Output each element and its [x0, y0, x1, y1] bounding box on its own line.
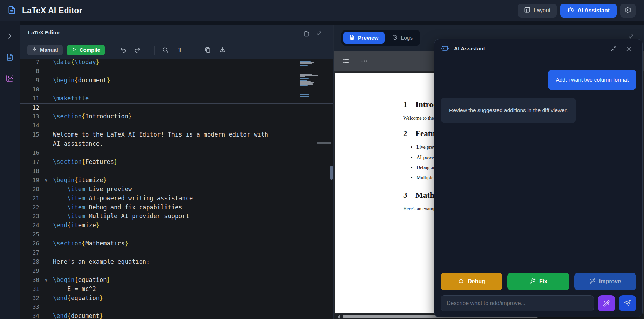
- code-line[interactable]: 16: [20, 148, 333, 158]
- tab-preview[interactable]: Preview: [343, 32, 385, 44]
- copy-icon: [204, 47, 211, 53]
- minimap[interactable]: [300, 61, 323, 97]
- code-line[interactable]: 27: [20, 248, 333, 257]
- code-line[interactable]: 32\end{equation}: [20, 294, 333, 303]
- code-line[interactable]: 26\section{Mathematics}: [20, 239, 333, 248]
- fix-button[interactable]: Fix: [507, 273, 569, 290]
- code-line[interactable]: 10: [20, 85, 333, 94]
- code-line[interactable]: 18: [20, 167, 333, 176]
- code-line[interactable]: 23 \item Multiple AI provider support: [20, 212, 333, 221]
- sidebar-documents-button[interactable]: [5, 53, 15, 63]
- chat-message-user: Add: i want two column format: [548, 70, 636, 90]
- settings-button[interactable]: [620, 4, 636, 18]
- code-line[interactable]: 29: [20, 266, 333, 276]
- search-icon: [162, 47, 169, 53]
- ai-assistant-button-label: AI Assistant: [577, 7, 610, 14]
- send-button[interactable]: [619, 295, 636, 311]
- format-text-icon: T: [178, 46, 182, 54]
- close-panel-button[interactable]: [625, 44, 633, 53]
- editor-scrollbar-thumb[interactable]: [330, 166, 333, 180]
- sidebar-expand-button[interactable]: [5, 32, 15, 42]
- more-options-button[interactable]: [359, 56, 369, 66]
- code-line[interactable]: 20 \item Live preview: [20, 185, 333, 194]
- code-line[interactable]: 24\end{itemize}: [20, 221, 333, 230]
- line-number: 34: [20, 312, 39, 319]
- layout-button[interactable]: Layout: [518, 4, 557, 18]
- wand-icon: [589, 278, 596, 285]
- line-number: 25: [20, 230, 39, 239]
- fold-chevron-icon[interactable]: ∨: [39, 276, 53, 285]
- code-line[interactable]: 7\date{\today}: [20, 59, 333, 67]
- ai-assistant-toggle-button[interactable]: AI Assistant: [560, 4, 617, 18]
- code-lines: 7\date{\today}89\begin{document}1011\mak…: [20, 59, 333, 319]
- code-line[interactable]: 30∨\begin{equation}: [20, 276, 333, 285]
- document-outline-icon[interactable]: [303, 30, 310, 39]
- layout-icon: [524, 7, 530, 14]
- redo-button[interactable]: [133, 45, 143, 55]
- code-text: \section{Introduction}: [53, 112, 333, 121]
- bug-icon: [458, 278, 464, 285]
- manual-mode-button[interactable]: Manual: [27, 45, 63, 55]
- improve-button[interactable]: Improve: [574, 273, 636, 290]
- code-text: \item Multiple AI provider support: [53, 212, 333, 221]
- code-line[interactable]: 14: [20, 121, 333, 130]
- code-line[interactable]: 34\end{document}: [20, 312, 333, 319]
- code-editor[interactable]: 7\date{\today}89\begin{document}1011\mak…: [20, 59, 333, 319]
- code-line[interactable]: 28Here's an example equation:: [20, 257, 333, 266]
- wrench-icon: [529, 278, 536, 285]
- line-number: 32: [20, 294, 39, 303]
- undo-icon: [120, 47, 126, 53]
- undo-button[interactable]: [118, 45, 128, 55]
- code-line[interactable]: 22 \item Debug and fix capabilities: [20, 203, 333, 212]
- magic-generate-button[interactable]: [598, 295, 615, 311]
- ai-input-row: [434, 295, 642, 317]
- format-text-button[interactable]: T: [175, 45, 185, 55]
- code-line[interactable]: 31 E = mc^2: [20, 285, 333, 294]
- scroll-left-arrow-icon[interactable]: [337, 315, 340, 319]
- fold-chevron-icon[interactable]: ∨: [39, 176, 53, 185]
- code-text: Welcome to the LaTeX AI Editor! This is …: [53, 130, 333, 148]
- editor-toolbar: Manual Compile: [20, 41, 333, 59]
- expand-editor-icon[interactable]: [316, 30, 323, 39]
- download-button[interactable]: [217, 45, 228, 55]
- line-number: 22: [20, 203, 39, 212]
- line-number: 23: [20, 212, 39, 221]
- play-icon: [72, 47, 77, 53]
- minimap-slider[interactable]: [317, 142, 331, 144]
- code-line[interactable]: 19∨\begin{itemize}: [20, 176, 333, 185]
- collapse-panel-button[interactable]: [609, 44, 618, 53]
- sidebar-images-button[interactable]: [5, 74, 15, 84]
- editor-scrollbar[interactable]: [330, 59, 333, 319]
- code-line[interactable]: 13\section{Introduction}: [20, 112, 333, 121]
- compile-button[interactable]: Compile: [67, 45, 105, 55]
- tab-logs[interactable]: Logs: [386, 32, 419, 44]
- header-actions: Layout AI Assistant: [518, 4, 636, 18]
- code-line[interactable]: 33: [20, 303, 333, 312]
- image-icon: [6, 74, 14, 84]
- search-button[interactable]: [160, 45, 171, 55]
- code-line[interactable]: 21 \item AI-powered writing assistance: [20, 194, 333, 203]
- code-text: \begin{document}: [53, 76, 333, 85]
- code-line[interactable]: 17\section{Features}: [20, 158, 333, 167]
- app-title: LaTeX AI Editor: [22, 6, 82, 15]
- code-text: Here's an example equation:: [53, 257, 333, 266]
- debug-button[interactable]: Debug: [441, 273, 502, 290]
- chevron-right-icon: [6, 32, 14, 41]
- ai-assistant-panel: AI Assistant Add: i want two column form…: [434, 39, 643, 317]
- wand-icon: [603, 300, 610, 307]
- code-line[interactable]: 9\begin{document}: [20, 76, 333, 85]
- line-number: 20: [20, 185, 39, 194]
- code-line[interactable]: 11\maketitle: [20, 94, 333, 103]
- outline-button[interactable]: [341, 56, 351, 66]
- code-line[interactable]: 25: [20, 230, 333, 239]
- editor-panel-title: LaTeX Editor: [28, 29, 60, 35]
- code-line[interactable]: 15Welcome to the LaTeX AI Editor! This i…: [20, 130, 333, 148]
- code-text: \date{\today}: [53, 59, 333, 67]
- code-line[interactable]: 8: [20, 67, 333, 76]
- copy-button[interactable]: [203, 45, 213, 55]
- code-line[interactable]: 12: [20, 103, 333, 112]
- code-text: \section{Mathematics}: [53, 239, 333, 248]
- toolbar-separator: [112, 46, 112, 55]
- preview-tabs: Preview Logs: [341, 30, 420, 46]
- ai-prompt-input[interactable]: [441, 295, 594, 311]
